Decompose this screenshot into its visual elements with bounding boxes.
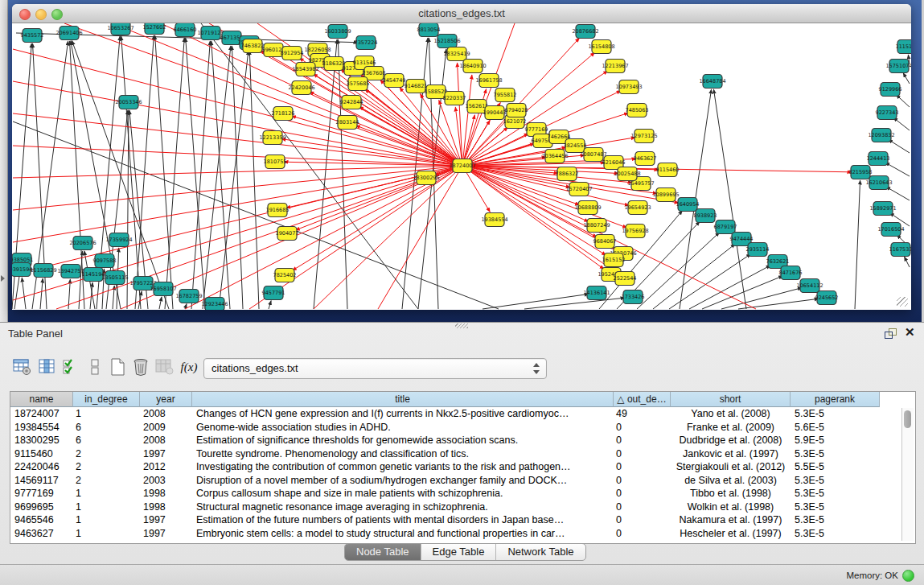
table-row[interactable]: 946362711997Embryonic stem cells: a mode…: [10, 527, 901, 541]
graph-node[interactable]: 9457791: [262, 286, 285, 300]
graph-node[interactable]: 12213967: [602, 60, 628, 73]
graph-node[interactable]: 9227343: [876, 106, 899, 120]
graph-node[interactable]: 6879197: [714, 220, 737, 234]
graph-node[interactable]: 10688809: [574, 201, 601, 215]
graph-node[interactable]: 16648784: [699, 75, 725, 89]
graph-node[interactable]: 17359924: [105, 233, 132, 247]
graph-edge[interactable]: [314, 39, 337, 309]
table-source-select[interactable]: citations_edges.txt: [203, 358, 547, 379]
graph-node[interactable]: 15751074: [885, 60, 911, 73]
table-mode-icon[interactable]: [12, 356, 33, 377]
graph-node[interactable]: 1640954: [676, 198, 700, 212]
graph-node[interactable]: 8912954: [281, 47, 304, 60]
graph-node[interactable]: 9463627: [634, 152, 657, 166]
graph-node[interactable]: 12973125: [630, 130, 657, 143]
graph-node[interactable]: 1615152: [602, 253, 626, 267]
import-table-icon[interactable]: [154, 356, 175, 377]
graph-node[interactable]: 10973493: [615, 80, 642, 94]
graph-node[interactable]: 9129966: [879, 83, 902, 97]
graph-node[interactable]: 9242844: [340, 96, 363, 109]
graph-edge[interactable]: [458, 63, 462, 166]
tab-node-table[interactable]: Node Table: [345, 544, 421, 560]
graph-node[interactable]: 20876682: [572, 25, 598, 39]
graph-node[interactable]: 10653267: [107, 23, 133, 35]
graph-node[interactable]: 18640910: [459, 60, 486, 73]
function-builder-icon[interactable]: f(x): [179, 356, 199, 377]
graph-node[interactable]: 8215958: [849, 166, 873, 179]
table-row[interactable]: 1872400712008Changes of HCN gene express…: [10, 407, 901, 421]
graph-edge[interactable]: [249, 51, 259, 309]
graph-node[interactable]: 7955812: [494, 89, 517, 102]
graph-node[interactable]: 7886322: [556, 167, 579, 181]
graph-node[interactable]: 1527602: [143, 23, 166, 35]
graph-node[interactable]: 1916685: [266, 204, 290, 217]
graph-edge[interactable]: [40, 278, 43, 309]
graph-node[interactable]: 1904077: [276, 227, 299, 241]
graph-node[interactable]: 9115460: [656, 163, 680, 177]
graph-edge[interactable]: [738, 299, 819, 309]
vertical-scrollbar[interactable]: [901, 408, 914, 541]
graph-node[interactable]: 8471676: [779, 266, 803, 280]
new-column-icon[interactable]: [108, 356, 129, 377]
graph-node[interactable]: 3575685: [347, 77, 370, 91]
graph-node[interactable]: 6794028: [505, 104, 528, 117]
graph-node[interactable]: 18807249: [583, 219, 610, 233]
graph-node[interactable]: 10899695: [652, 188, 679, 202]
column-header-in_degree[interactable]: in_degree: [73, 392, 140, 407]
panel-resize-grip[interactable]: [455, 323, 468, 328]
graph-node[interactable]: 16154808: [588, 40, 614, 54]
graph-node[interactable]: 17016504: [877, 223, 904, 237]
graph-node[interactable]: 20206576: [69, 237, 96, 250]
graph-node[interactable]: 18543982: [292, 63, 318, 76]
show-columns-icon[interactable]: [37, 356, 58, 377]
graph-edge[interactable]: [269, 301, 271, 309]
graph-edge[interactable]: [22, 278, 26, 309]
column-header-year[interactable]: year: [140, 392, 192, 407]
combo-stepper-icon[interactable]: [532, 361, 540, 376]
graph-edge[interactable]: [855, 180, 860, 309]
table-row[interactable]: 1830029562008Estimation of significance …: [10, 434, 901, 447]
table-row[interactable]: 911546021997Tourette syndrome. Phenomeno…: [10, 447, 901, 461]
graph-node[interactable]: 1115107: [896, 40, 911, 54]
divider-arrow-icon[interactable]: [1, 275, 5, 282]
graph-edge[interactable]: [888, 139, 910, 153]
graph-node[interactable]: 18300295: [413, 171, 439, 185]
graph-node[interactable]: 16961758: [475, 74, 502, 88]
table-row[interactable]: 946554611997Estimation of the future num…: [10, 513, 901, 527]
graph-edge[interactable]: [653, 244, 735, 309]
graph-node[interactable]: 1990443: [483, 106, 507, 120]
graph-node[interactable]: 16210643: [865, 176, 892, 190]
tab-network-table[interactable]: Network Table: [496, 544, 585, 560]
graph-node[interactable]: 11156829: [30, 264, 56, 278]
graph-node[interactable]: 6466160: [174, 23, 197, 37]
graph-node[interactable]: 18724007: [449, 159, 475, 173]
graph-node[interactable]: 2522544: [614, 272, 637, 286]
graph-node[interactable]: 15218506: [433, 35, 460, 48]
graph-node[interactable]: 9245652: [815, 291, 839, 305]
graph-edge[interactable]: [155, 35, 173, 309]
table-row[interactable]: 1938455462009Genome-wide association stu…: [10, 421, 901, 435]
network-canvas[interactable]: 1872400794355722069140610653267152760264…: [12, 23, 911, 310]
table-row[interactable]: 2242004622012Investigating the contribut…: [10, 460, 901, 474]
graph-edge[interactable]: [462, 115, 474, 166]
graph-node[interactable]: 7463822: [241, 39, 265, 53]
graph-node[interactable]: 9684067: [593, 235, 617, 249]
unselect-columns-icon[interactable]: [85, 356, 106, 377]
graph-node[interactable]: 13942757: [57, 265, 84, 278]
graph-node[interactable]: 15720407: [565, 183, 592, 196]
graph-edge[interactable]: [359, 106, 462, 166]
select-all-columns-icon[interactable]: [61, 356, 82, 377]
graph-node[interactable]: 20053346: [115, 96, 142, 109]
delete-column-icon[interactable]: [131, 356, 152, 377]
graph-node[interactable]: 2718126: [272, 107, 295, 121]
graph-node[interactable]: 1167533: [889, 243, 911, 257]
graph-node[interactable]: 7357224: [355, 36, 378, 50]
graph-node[interactable]: 2935114: [746, 243, 770, 257]
table-row[interactable]: 977716911998Corpus callosum shape and si…: [10, 487, 901, 501]
table-row[interactable]: 1456911722003Disruption of a novel membe…: [10, 474, 901, 488]
graph-edge[interactable]: [159, 297, 162, 309]
graph-node[interactable]: 16033809: [324, 25, 351, 39]
graph-edge[interactable]: [885, 163, 910, 176]
memory-status-indicator[interactable]: [902, 570, 914, 582]
graph-node[interactable]: 10025488: [614, 167, 640, 181]
